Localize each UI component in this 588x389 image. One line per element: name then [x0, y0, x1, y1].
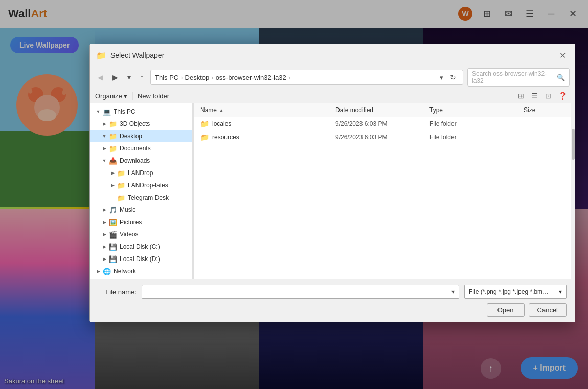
filename-input[interactable] [144, 288, 449, 296]
toolbar2-left: Organize ▾ | New folder [95, 91, 169, 100]
cancel-button[interactable]: Cancel [529, 303, 567, 317]
address-sep3: › [288, 74, 290, 81]
dialog-titlebar: 📁 Select Wallpaper ✕ [90, 44, 575, 66]
tree-item-documents[interactable]: ▶ 📁 Documents [90, 142, 192, 155]
open-button[interactable]: Open [487, 303, 525, 317]
view-options-button[interactable]: ⊡ [542, 91, 554, 101]
tree-item-network[interactable]: ▶ 🌐 Network [90, 265, 192, 277]
filename-label: File name: [98, 288, 137, 296]
tree-item-landrop-lates[interactable]: ▶ 📁 LANDrop-lates [90, 179, 192, 191]
tree-item-desktop[interactable]: ▼ 📁 Desktop [90, 130, 192, 142]
tree-label-pictures: Pictures [120, 219, 142, 226]
tree-item-3d-objects[interactable]: ▶ 📁 3D Objects [90, 118, 192, 130]
organize-button[interactable]: Organize ▾ [95, 92, 127, 100]
dialog-title-left: 📁 Select Wallpaper [96, 51, 164, 60]
filetype-label: File (*.png *.jpg *.jpeg *.bmp *. [469, 288, 551, 295]
view-details-button[interactable]: ☰ [529, 91, 540, 101]
file-cell-name-locales: 📁 locales [194, 120, 329, 128]
search-icon[interactable]: 🔍 [557, 74, 565, 81]
tree-toggle-documents: ▶ [100, 144, 108, 153]
tree-label-3d-objects: 3D Objects [120, 120, 150, 127]
nav-forward-button[interactable]: ▶ [110, 72, 121, 83]
file-cell-name-resources: 📁 resources [194, 133, 329, 141]
file-row-resources[interactable]: 📁 resources 9/26/2023 6:03 PM File folde… [194, 131, 571, 144]
col-sort-icon: ▲ [219, 107, 224, 113]
tree-label-music: Music [120, 206, 135, 213]
address-this-pc[interactable]: This PC [155, 74, 178, 81]
tree-toggle-this-pc: ▼ [94, 107, 102, 116]
tree-toggle-landrop: ▶ [108, 169, 117, 177]
address-dropdown-button[interactable]: ▾ [440, 74, 443, 81]
tree-toggle-local-c: ▶ [100, 243, 108, 251]
file-cell-type-locales: File folder [423, 120, 517, 127]
tree-item-landrop[interactable]: ▶ 📁 LANDrop [90, 167, 192, 179]
new-folder-button[interactable]: New folder [138, 92, 169, 100]
tree-label-local-d: Local Disk (D:) [120, 255, 160, 263]
dialog-content: ▼ 💻 This PC ▶ 📁 3D Objects ▼ 📁 Desktop [90, 103, 575, 279]
file-name-locales: locales [212, 120, 231, 127]
tree-icon-desktop: 📁 [108, 132, 118, 141]
help-button[interactable]: ❓ [556, 91, 570, 101]
file-cell-date-locales: 9/26/2023 6:03 PM [329, 120, 423, 127]
nav-up-button[interactable]: ↑ [138, 72, 146, 83]
filetype-dropdown-icon: ▾ [559, 288, 562, 295]
tree-scrollbar[interactable] [571, 103, 575, 279]
filename-dropdown-button[interactable]: ▾ [449, 288, 457, 295]
tree-toggle-landrop-lates: ▶ [108, 181, 117, 189]
tree-toggle-desktop: ▼ [100, 132, 108, 140]
toolbar-divider: | [131, 91, 133, 100]
address-desktop[interactable]: Desktop [185, 74, 210, 81]
col-name-header[interactable]: Name ▲ [194, 105, 329, 115]
tree-item-downloads[interactable]: ▼ 📥 Downloads [90, 155, 192, 167]
tree-toggle-3d-objects: ▶ [100, 120, 108, 128]
tree-icon-network: 🌐 [102, 267, 111, 276]
address-folder[interactable]: oss-browser-win32-ia32 [216, 74, 286, 81]
tree-item-pictures[interactable]: ▶ 🖼️ Pictures [90, 216, 192, 228]
tree-label-documents: Documents [120, 145, 151, 152]
tree-icon-pictures: 🖼️ [108, 218, 118, 227]
view-list-button[interactable]: ⊞ [515, 91, 527, 101]
tree-item-music[interactable]: ▶ 🎵 Music [90, 204, 192, 216]
tree-label-network: Network [114, 268, 136, 275]
tree-icon-videos: 🎬 [108, 230, 118, 239]
tree-icon-local-d: 💾 [108, 254, 118, 264]
col-type-header[interactable]: Type [423, 105, 517, 115]
tree-label-landrop-lates: LANDrop-lates [128, 182, 168, 189]
files-list: 📁 locales 9/26/2023 6:03 PM File folder … [194, 117, 571, 279]
address-refresh-button[interactable]: ↻ [447, 72, 459, 83]
file-row-locales[interactable]: 📁 locales 9/26/2023 6:03 PM File folder [194, 117, 571, 131]
tree-icon-3d-objects: 📁 [108, 119, 118, 128]
address-sep1: › [180, 74, 183, 81]
address-sep2: › [211, 74, 213, 81]
tree-toggle-local-d: ▶ [100, 255, 108, 263]
col-date-header[interactable]: Date modified [329, 105, 423, 115]
nav-back-button[interactable]: ◀ [95, 72, 106, 83]
tree-toggle-network: ▶ [94, 267, 102, 275]
tree-icon-documents: 📁 [108, 144, 118, 153]
dialog-toolbar2: Organize ▾ | New folder ⊞ ☰ ⊡ ❓ [90, 89, 575, 103]
tree-label-desktop: Desktop [120, 133, 142, 140]
tree-label-telegram: Telegram Desk [128, 194, 169, 201]
dialog-close-button[interactable]: ✕ [556, 49, 569, 61]
tree-item-local-disk-c[interactable]: ▶ 💾 Local Disk (C:) [90, 241, 192, 253]
nav-recent-button[interactable]: ▾ [125, 72, 133, 83]
tree-icon-this-pc: 💻 [102, 107, 111, 116]
dialog-toolbar: ◀ ▶ ▾ ↑ This PC › Desktop › oss-browser-… [90, 66, 575, 89]
filetype-select[interactable]: File (*.png *.jpg *.jpeg *.bmp *. ▾ [464, 285, 567, 299]
tree-item-this-pc[interactable]: ▼ 💻 This PC [90, 105, 192, 118]
tree-toggle-pictures: ▶ [100, 218, 108, 226]
tree-item-local-disk-d[interactable]: ▶ 💾 Local Disk (D:) [90, 253, 192, 265]
tree-label-videos: Videos [120, 231, 138, 238]
address-bar[interactable]: This PC › Desktop › oss-browser-win32-ia… [150, 70, 463, 85]
tree-item-telegram[interactable]: 📁 Telegram Desk [90, 191, 192, 204]
tree-label-downloads: Downloads [120, 157, 150, 164]
tree-label-local-c: Local Disk (C:) [120, 243, 160, 250]
tree-icon-downloads: 📥 [108, 156, 118, 165]
folder-icon-locales: 📁 [200, 120, 209, 128]
tree-item-videos[interactable]: ▶ 🎬 Videos [90, 228, 192, 241]
tree-toggle-downloads: ▼ [100, 157, 108, 165]
search-bar[interactable]: Search oss-browser-win32-ia32 🔍 [467, 68, 570, 87]
tree-toggle-music: ▶ [100, 206, 108, 214]
col-size-header[interactable]: Size [517, 105, 571, 115]
tree-label-landrop: LANDrop [128, 169, 153, 177]
